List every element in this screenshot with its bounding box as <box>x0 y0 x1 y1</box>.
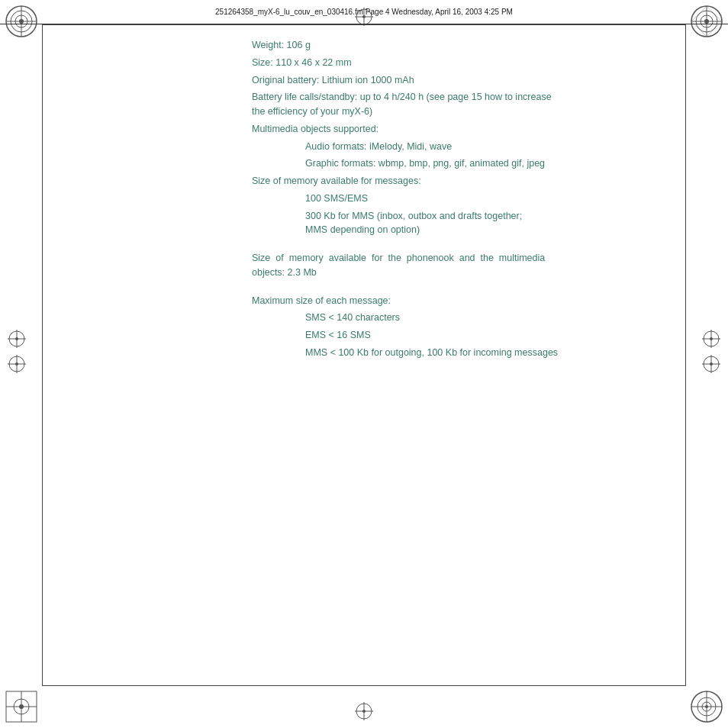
max-message-header: Maximum size of each message: <box>252 294 667 308</box>
memory-messages-header: Size of memory available for messages: <box>252 174 667 188</box>
multimedia-header: Multimedia objects supported: <box>252 122 667 137</box>
header-bar: 251264358_myX-6_lu_couv_en_030416.fm Pag… <box>0 0 728 24</box>
sms-ems-line: 100 SMS/EMS <box>305 192 667 206</box>
battery-life-line: Battery life calls/standby: up to 4 h/24… <box>252 90 667 119</box>
crosshair-right-mid-icon <box>701 328 722 350</box>
content-area: Weight: 106 g Size: 110 x 46 x 22 mm Ori… <box>252 38 667 363</box>
sms-max-line: SMS < 140 characters <box>305 311 667 325</box>
crosshair-left-mid-icon <box>6 328 27 350</box>
header-filename: 251264358_myX-6_lu_couv_en_030416.fm Pag… <box>215 8 513 16</box>
spiral-bl-icon <box>3 688 40 725</box>
mms-max-line: MMS < 100 Kb for outgoing, 100 Kb for in… <box>305 346 667 360</box>
crosshair-left-icon <box>6 353 27 375</box>
audio-formats-line: Audio formats: iMelody, Midi, wave <box>305 140 667 154</box>
mms-line: 300 Kb for MMS (inbox, outbox and drafts… <box>305 209 667 238</box>
phonebook-memory-line: Size of memory available for the phoneno… <box>252 251 667 280</box>
graphic-formats-line: Graphic formats: wbmp, bmp, png, gif, an… <box>305 156 667 171</box>
crosshair-bottom-icon <box>353 701 375 722</box>
ems-max-line: EMS < 16 SMS <box>305 328 667 343</box>
spiral-br-icon <box>688 688 725 725</box>
crosshair-right-icon <box>701 353 722 375</box>
size-line: Size: 110 x 46 x 22 mm <box>252 56 667 70</box>
weight-line: Weight: 106 g <box>252 38 667 53</box>
battery-line: Original battery: Lithium ion 1000 mAh <box>252 73 667 88</box>
